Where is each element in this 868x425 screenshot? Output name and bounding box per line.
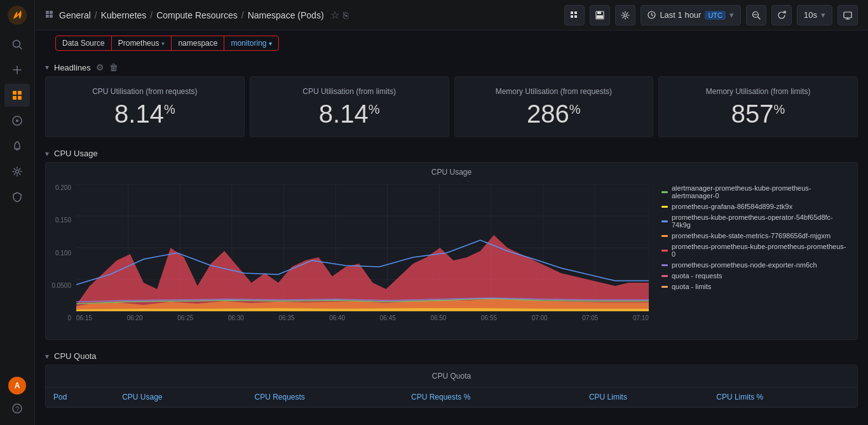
chevron-down-icon: ▾ — [729, 10, 734, 20]
refresh-interval-label: 10s — [804, 10, 817, 20]
col-cpu-requests[interactable]: CPU Requests — [247, 388, 403, 407]
question-icon[interactable]: ? — [4, 397, 30, 420]
legend-item-operator: prometheus-kube-prometheus-operator-54bf… — [661, 213, 850, 229]
col-cpu-limits[interactable]: CPU Limits — [581, 388, 709, 407]
star-icon[interactable]: ☆ — [330, 9, 339, 21]
x-label-0625: 06:25 — [177, 314, 193, 321]
namespace-label-cell: namespace — [172, 36, 224, 50]
cpu-requests-value: 8.14% — [114, 101, 175, 126]
time-range-picker[interactable]: Last 1 hour UTC ▾ — [641, 5, 741, 25]
search-icon[interactable] — [4, 33, 30, 56]
bell-icon[interactable] — [4, 135, 30, 158]
time-range-label: Last 1 hour — [660, 10, 701, 20]
cpu-quota-table: Pod CPU Usage CPU Requests CPU Requests … — [46, 388, 857, 407]
headlines-chevron[interactable]: ▾ — [45, 63, 49, 72]
headlines-delete-icon[interactable]: 🗑 — [109, 62, 118, 72]
svg-rect-6 — [18, 91, 22, 95]
namespace-value: monitoring — [231, 39, 266, 48]
topbar: General / Kubernetes / Compute Resources… — [35, 0, 868, 30]
legend-label-state-metrics: prometheus-kube-state-metrics-77698656df… — [672, 232, 831, 239]
cpu-quota-table-title: CPU Quota — [46, 365, 857, 388]
breadcrumb-namespace[interactable]: Namespace (Pods) — [248, 10, 324, 20]
cpu-usage-chart-svg — [76, 184, 649, 311]
cpu-quota-chevron[interactable]: ▾ — [45, 352, 49, 361]
dashboard-icon[interactable] — [4, 84, 30, 107]
svg-point-1 — [13, 41, 20, 48]
legend-color-prometheus — [661, 250, 668, 252]
plus-icon[interactable] — [4, 58, 30, 81]
x-label-0630: 06:30 — [228, 314, 244, 321]
mem-requests-card: Memory Utilisation (from requests) 286% — [454, 76, 654, 137]
avatar[interactable]: A — [8, 377, 26, 395]
svg-text:?: ? — [15, 405, 19, 413]
share-icon[interactable]: ⎘ — [343, 10, 348, 20]
zoom-out-button[interactable] — [746, 5, 766, 25]
legend-label-prometheus: prometheus-prometheus-kube-prometheus-pr… — [672, 243, 850, 258]
x-label-0705: 07:05 — [582, 314, 598, 321]
settings-button[interactable] — [615, 5, 635, 25]
cpu-quota-panel: CPU Quota Pod CPU Usage CPU Requests CPU… — [45, 365, 858, 408]
col-cpu-requests-pct[interactable]: CPU Requests % — [403, 388, 581, 407]
shield-icon[interactable] — [4, 186, 30, 208]
settings-icon[interactable] — [4, 160, 30, 183]
refresh-button[interactable] — [771, 5, 792, 25]
cpu-usage-chevron[interactable]: ▾ — [45, 149, 49, 158]
x-axis-labels: 06:15 06:20 06:25 06:30 06:35 06:40 06:4… — [76, 313, 649, 321]
legend-item-quota-limits: quota - limits — [661, 283, 850, 290]
svg-line-2 — [20, 47, 22, 50]
x-label-0700: 07:00 — [532, 314, 548, 321]
legend-label-grafana: prometheus-grafana-86f584d899-ztk9x — [672, 203, 792, 210]
tv-mode-button[interactable] — [837, 5, 858, 25]
svg-rect-7 — [13, 96, 17, 100]
main-content: General / Kubernetes / Compute Resources… — [35, 0, 868, 425]
clock-icon — [648, 11, 656, 19]
breadcrumb-sep-3: / — [241, 10, 244, 20]
add-panel-button[interactable] — [564, 5, 585, 25]
svg-rect-30 — [844, 12, 851, 18]
mem-limits-title: Memory Utilisation (from limits) — [706, 87, 811, 96]
namespace-label: namespace — [178, 39, 217, 48]
svg-line-28 — [758, 17, 761, 19]
y-label-0200: 0.200 — [55, 184, 71, 191]
col-pod[interactable]: Pod — [46, 388, 114, 407]
breadcrumb-sep-1: / — [95, 10, 97, 20]
app-logo[interactable] — [7, 5, 27, 25]
col-cpu-usage[interactable]: CPU Usage — [114, 388, 247, 407]
col-cpu-limits-pct[interactable]: CPU Limits % — [709, 388, 857, 407]
headlines-grid: CPU Utilisation (from requests) 8.14% CP… — [45, 76, 858, 137]
cpu-quota-section-header: ▾ CPU Quota — [45, 345, 858, 365]
svg-point-10 — [16, 119, 18, 122]
breadcrumb-kubernetes[interactable]: Kubernetes — [101, 10, 147, 20]
legend-label-quota-limits: quota - limits — [672, 283, 711, 290]
namespace-selector[interactable]: monitoring ▾ — [224, 36, 278, 50]
headlines-section-header: ▾ Headlines ⚙ 🗑 — [45, 56, 858, 76]
chevron-down-icon-2: ▾ — [821, 10, 825, 20]
cpu-limits-title: CPU Utilisation (from limits) — [302, 87, 396, 96]
svg-rect-5 — [13, 91, 17, 95]
x-label-0645: 06:45 — [380, 314, 396, 321]
x-label-0635: 06:35 — [279, 314, 295, 321]
legend-color-quota-limits — [661, 286, 668, 288]
mem-requests-title: Memory Utilisation (from requests) — [496, 87, 612, 96]
svg-point-25 — [624, 14, 627, 17]
svg-rect-21 — [574, 15, 577, 18]
breadcrumb-compute[interactable]: Compute Resources — [156, 10, 238, 20]
datasource-value: Prometheus — [118, 39, 159, 48]
headlines-settings-icon[interactable]: ⚙ — [96, 62, 104, 72]
y-label-0150: 0.150 — [55, 217, 71, 224]
svg-rect-14 — [46, 11, 49, 14]
refresh-interval-selector[interactable]: 10s ▾ — [797, 5, 832, 25]
save-button[interactable] — [590, 5, 610, 25]
cpu-quota-title: CPU Quota — [54, 351, 96, 361]
x-label-0710: 07:10 — [633, 314, 649, 321]
legend-item-prometheus: prometheus-prometheus-kube-prometheus-pr… — [661, 243, 850, 258]
filter-group: Data Source Prometheus ▾ namespace monit… — [55, 36, 279, 51]
datasource-selector[interactable]: Prometheus ▾ — [112, 36, 172, 50]
svg-point-11 — [16, 170, 19, 173]
legend-label-operator: prometheus-kube-prometheus-operator-54bf… — [672, 213, 850, 229]
breadcrumb-general[interactable]: General — [59, 10, 91, 20]
legend-item-quota-requests: quota - requests — [661, 272, 850, 280]
compass-icon[interactable] — [4, 109, 30, 132]
legend-color-alertmanager — [661, 191, 668, 193]
breadcrumb-sep-2: / — [150, 10, 153, 20]
